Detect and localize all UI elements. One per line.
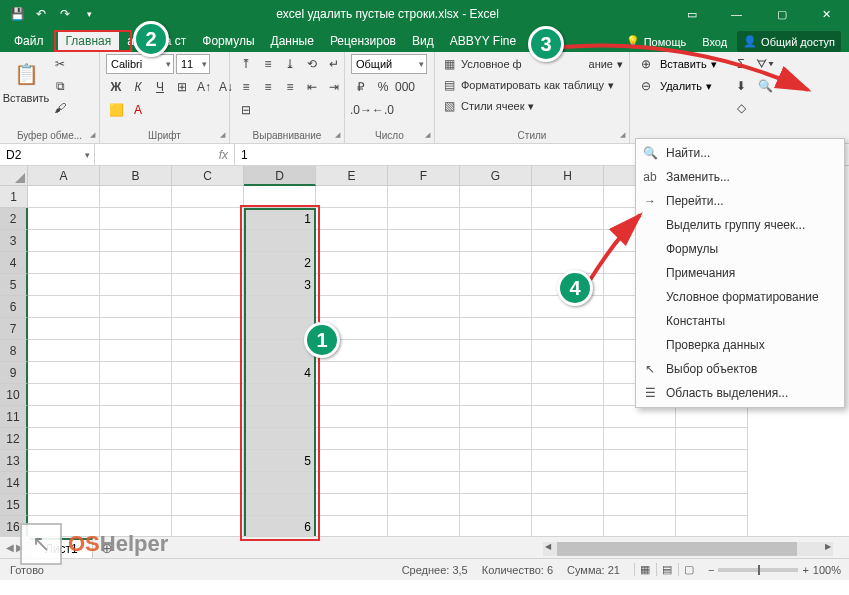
cell-D14[interactable] — [244, 472, 316, 494]
menu-item-3[interactable]: Выделить группу ячеек... — [636, 213, 844, 237]
cell-B13[interactable] — [100, 450, 172, 472]
cell-E11[interactable] — [316, 406, 388, 428]
cell-C5[interactable] — [172, 274, 244, 296]
menu-item-1[interactable]: abЗаменить... — [636, 165, 844, 189]
cell-A13[interactable] — [28, 450, 100, 472]
cell-C3[interactable] — [172, 230, 244, 252]
zoom-slider[interactable] — [718, 568, 798, 572]
menu-item-6[interactable]: Условное форматирование — [636, 285, 844, 309]
cell-F11[interactable] — [388, 406, 460, 428]
tab-data[interactable]: Данные — [263, 30, 322, 52]
format-painter-icon[interactable]: 🖌 — [50, 98, 70, 118]
cell-H11[interactable] — [532, 406, 604, 428]
qat-customize-icon[interactable]: ▾ — [78, 3, 100, 25]
col-header-G[interactable]: G — [460, 166, 532, 186]
cell-E4[interactable] — [316, 252, 388, 274]
zoom-control[interactable]: −+ 100% — [700, 564, 849, 576]
merge-icon[interactable]: ⊟ — [236, 100, 256, 120]
cell-C14[interactable] — [172, 472, 244, 494]
cell-H10[interactable] — [532, 384, 604, 406]
cell-A5[interactable] — [28, 274, 100, 296]
percent-icon[interactable]: % — [373, 77, 393, 97]
copy-icon[interactable]: ⧉ — [50, 76, 70, 96]
cell-F13[interactable] — [388, 450, 460, 472]
cell-E2[interactable] — [316, 208, 388, 230]
row-header-8[interactable]: 8 — [0, 340, 28, 362]
cell-C13[interactable] — [172, 450, 244, 472]
minimize-button[interactable]: — — [714, 0, 759, 28]
col-header-C[interactable]: C — [172, 166, 244, 186]
cell-G13[interactable] — [460, 450, 532, 472]
menu-item-0[interactable]: 🔍Найти... — [636, 141, 844, 165]
cell-G12[interactable] — [460, 428, 532, 450]
row-header-11[interactable]: 11 — [0, 406, 28, 428]
cell-H9[interactable] — [532, 362, 604, 384]
cell-E15[interactable] — [316, 494, 388, 516]
paste-button[interactable]: 📋 Вставить — [6, 54, 46, 104]
cell-B14[interactable] — [100, 472, 172, 494]
cell-B2[interactable] — [100, 208, 172, 230]
col-header-H[interactable]: H — [532, 166, 604, 186]
cell-E6[interactable] — [316, 296, 388, 318]
row-header-9[interactable]: 9 — [0, 362, 28, 384]
cell-A1[interactable] — [28, 186, 100, 208]
comma-icon[interactable]: 000 — [395, 77, 415, 97]
cell-E1[interactable] — [316, 186, 388, 208]
redo-icon[interactable]: ↷ — [54, 3, 76, 25]
undo-icon[interactable]: ↶ — [30, 3, 52, 25]
cell-G11[interactable] — [460, 406, 532, 428]
cell-F5[interactable] — [388, 274, 460, 296]
menu-item-9[interactable]: ↖Выбор объектов — [636, 357, 844, 381]
font-name-combo[interactable]: Calibri — [106, 54, 174, 74]
menu-item-8[interactable]: Проверка данных — [636, 333, 844, 357]
cell-C11[interactable] — [172, 406, 244, 428]
cell-D15[interactable] — [244, 494, 316, 516]
cell-D4[interactable]: 2 — [244, 252, 316, 274]
cell-D3[interactable] — [244, 230, 316, 252]
cell-G2[interactable] — [460, 208, 532, 230]
menu-item-5[interactable]: Примечания — [636, 261, 844, 285]
cell-B5[interactable] — [100, 274, 172, 296]
cell-A4[interactable] — [28, 252, 100, 274]
zoom-level[interactable]: 100% — [813, 564, 841, 576]
cell-F9[interactable] — [388, 362, 460, 384]
cell-J11[interactable] — [676, 406, 748, 428]
cell-F1[interactable] — [388, 186, 460, 208]
cell-E14[interactable] — [316, 472, 388, 494]
cell-G14[interactable] — [460, 472, 532, 494]
cell-A3[interactable] — [28, 230, 100, 252]
cell-G15[interactable] — [460, 494, 532, 516]
cell-E9[interactable] — [316, 362, 388, 384]
cell-C8[interactable] — [172, 340, 244, 362]
cell-B4[interactable] — [100, 252, 172, 274]
cell-I11[interactable] — [604, 406, 676, 428]
cell-F7[interactable] — [388, 318, 460, 340]
bold-button[interactable]: Ж — [106, 77, 126, 97]
cell-C16[interactable] — [172, 516, 244, 536]
wrap-text-icon[interactable]: ↵ — [324, 54, 344, 74]
cell-G9[interactable] — [460, 362, 532, 384]
tab-home[interactable]: Главная — [58, 30, 120, 52]
cell-C2[interactable] — [172, 208, 244, 230]
cell-A2[interactable] — [28, 208, 100, 230]
cell-D2[interactable]: 1 — [244, 208, 316, 230]
increase-font-icon[interactable]: A↑ — [194, 77, 214, 97]
cell-B15[interactable] — [100, 494, 172, 516]
row-header-14[interactable]: 14 — [0, 472, 28, 494]
cell-F15[interactable] — [388, 494, 460, 516]
cell-G3[interactable] — [460, 230, 532, 252]
cell-C4[interactable] — [172, 252, 244, 274]
cell-A7[interactable] — [28, 318, 100, 340]
number-format-combo[interactable]: Общий — [351, 54, 427, 74]
close-button[interactable]: ✕ — [804, 0, 849, 28]
cell-A10[interactable] — [28, 384, 100, 406]
cell-B9[interactable] — [100, 362, 172, 384]
cell-H14[interactable] — [532, 472, 604, 494]
cell-G10[interactable] — [460, 384, 532, 406]
cell-F4[interactable] — [388, 252, 460, 274]
tab-file[interactable]: Файл — [0, 30, 58, 52]
currency-icon[interactable]: ₽ — [351, 77, 371, 97]
cell-A14[interactable] — [28, 472, 100, 494]
cell-H15[interactable] — [532, 494, 604, 516]
cell-J13[interactable] — [676, 450, 748, 472]
